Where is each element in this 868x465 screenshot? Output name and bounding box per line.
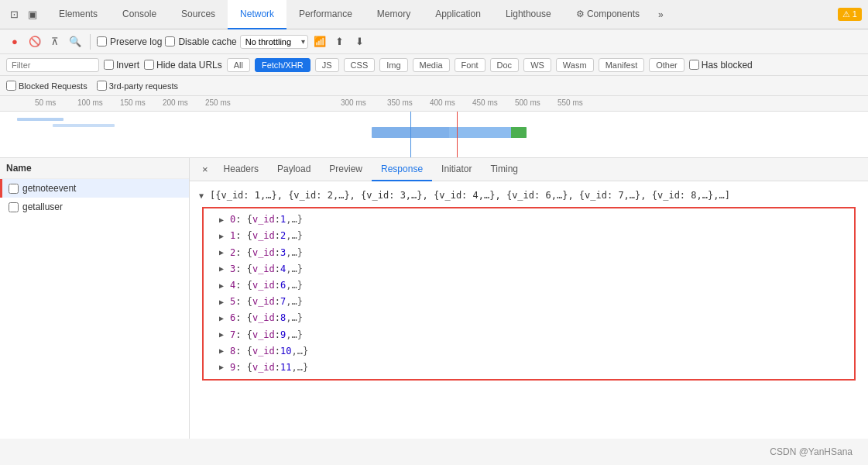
filter-all-button[interactable]: All [227,58,250,72]
json-val-9: 11 [280,360,291,375]
file-name-getnoteevent: getnoteevent [22,183,76,194]
tab-headers[interactable]: Headers [214,158,268,181]
json-colon-9: : { [235,360,252,375]
filter-wasm-button[interactable]: Wasm [556,58,594,72]
device-icon[interactable]: ▣ [25,7,40,22]
json-arrow-7: ▶ [219,329,227,341]
file-checkbox-getnoteevent[interactable] [9,184,19,194]
json-key-9: v_id [252,360,275,375]
tab-initiator[interactable]: Initiator [432,158,481,181]
warning-badge[interactable]: ⚠ 1 [838,8,862,21]
json-arrow-1: ▶ [219,230,227,243]
json-item-9[interactable]: ▶ 9 : { v_id : 11 ,…} [207,360,851,376]
tick-250ms: 250 ms [205,98,231,107]
json-colon-6: : { [235,311,252,326]
filter-fetch-xhr-button[interactable]: Fetch/XHR [255,58,310,72]
json-val-2: 3 [280,246,286,260]
tab-components[interactable]: ⚙ Components [564,0,652,29]
inspect-icon[interactable]: ⊡ [6,7,22,22]
json-key-1: v_id [252,229,275,243]
tab-response[interactable]: Response [372,158,432,181]
tab-network[interactable]: Network [228,0,286,29]
json-arrow-2: ▶ [219,246,227,259]
response-content: ▼ [{v_id: 1,…}, {v_id: 2,…}, {v_id: 3,…}… [190,181,868,439]
record-button[interactable]: ● [6,33,23,50]
file-list: Name getnoteevent getalluser [0,158,190,439]
throttle-select-wrap[interactable]: No throttling Fast 3G Slow 3G Offline [240,35,308,49]
tab-console[interactable]: Console [110,0,169,29]
tab-sources[interactable]: Sources [169,0,228,29]
tab-performance[interactable]: Performance [286,0,365,29]
tab-lighthouse[interactable]: Lighthouse [493,0,564,29]
json-item-7[interactable]: ▶ 7 : { v_id : 9 ,…} [207,327,851,343]
json-index-6: 6 [230,311,235,326]
throttle-select[interactable]: No throttling Fast 3G Slow 3G Offline [240,35,308,49]
tab-payload[interactable]: Payload [268,158,320,181]
detail-tabs: × Headers Payload Preview Response Initi… [190,158,868,181]
preserve-log-checkbox[interactable]: Preserve log [97,36,162,47]
search-button[interactable]: 🔍 [67,33,84,50]
file-list-header: Name [0,158,189,179]
filter-img-button[interactable]: Img [379,58,407,72]
filter-css-button[interactable]: CSS [344,58,376,72]
stop-button[interactable]: 🚫 [26,33,43,50]
filter-doc-button[interactable]: Doc [490,58,520,72]
json-key-2: v_id [252,246,275,260]
json-val-5: 7 [280,294,286,309]
json-item-5[interactable]: ▶ 5 : { v_id : 7 ,…} [207,294,851,310]
file-list-item-getalluser[interactable]: getalluser [0,198,189,216]
detail-close-button[interactable]: × [196,164,214,175]
json-item-0[interactable]: ▶ 0 : { v_id : 1 ,…} [207,212,851,228]
timeline-area: 50 ms 100 ms 150 ms 200 ms 250 ms 300 ms… [0,96,868,158]
hide-data-urls-checkbox[interactable]: Hide data URLs [144,60,222,71]
disable-cache-checkbox[interactable]: Disable cache [165,36,236,47]
tab-timing[interactable]: Timing [481,158,527,181]
json-item-8[interactable]: ▶ 8 : { v_id : 10 ,…} [207,343,851,360]
tick-350ms: 350 ms [387,98,413,107]
filter-js-button[interactable]: JS [315,58,339,72]
tab-application[interactable]: Application [423,0,493,29]
json-item-4[interactable]: ▶ 4 : { v_id : 6 ,…} [207,277,851,294]
tab-more-button[interactable]: » [652,0,670,29]
filter-manifest-button[interactable]: Manifest [599,58,645,72]
filter-media-button[interactable]: Media [413,58,450,72]
filter-ws-button[interactable]: WS [523,58,551,72]
tick-450ms: 450 ms [472,98,498,107]
json-index-5: 5 [230,294,235,309]
filter-other-button[interactable]: Other [649,58,684,72]
tab-preview[interactable]: Preview [320,158,372,181]
third-party-checkbox[interactable]: 3rd-party requests [97,81,178,91]
has-blocked-checkbox[interactable]: Has blocked [689,60,753,71]
json-arrow-5: ▶ [219,296,227,308]
json-key-4: v_id [252,278,275,293]
json-item-2[interactable]: ▶ 2 : { v_id : 3 ,…} [207,245,851,261]
wifi-icon-button[interactable]: 📶 [311,33,328,50]
json-item-1[interactable]: ▶ 1 : { v_id : 2 ,…} [207,228,851,244]
json-item-3[interactable]: ▶ 3 : { v_id : 4 ,…} [207,261,851,277]
file-checkbox-getalluser[interactable] [9,202,19,212]
tab-elements[interactable]: Elements [46,0,110,29]
download-icon-button[interactable]: ⬇ [352,33,369,50]
upload-icon-button[interactable]: ⬆ [331,33,348,50]
json-key-7: v_id [252,328,275,343]
tab-memory[interactable]: Memory [365,0,423,29]
json-index-1: 1 [230,229,235,243]
file-list-item-getnoteevent[interactable]: getnoteevent [0,179,189,198]
json-key-8: v_id [252,344,275,359]
tick-50ms: 50 ms [35,98,56,107]
blocked-requests-checkbox[interactable]: Blocked Requests [6,81,87,91]
json-colon-7: : { [235,328,252,343]
json-colon-8: : { [235,344,252,359]
json-array-root[interactable]: ▼ [{v_id: 1,…}, {v_id: 2,…}, {v_id: 3,…}… [199,188,859,204]
filter-font-button[interactable]: Font [455,58,485,72]
tick-500ms: 500 ms [515,98,540,107]
preserve-log-input[interactable] [97,36,107,46]
detail-panel: × Headers Payload Preview Response Initi… [190,158,868,439]
disable-cache-input[interactable] [165,36,175,46]
json-item-6[interactable]: ▶ 6 : { v_id : 8 ,…} [207,310,851,326]
separator-1 [90,34,91,50]
filter-input[interactable] [6,58,99,72]
invert-checkbox[interactable]: Invert [104,60,139,71]
filter-icon-button[interactable]: ⊼ [46,33,63,50]
json-colon-4: : { [235,278,252,293]
